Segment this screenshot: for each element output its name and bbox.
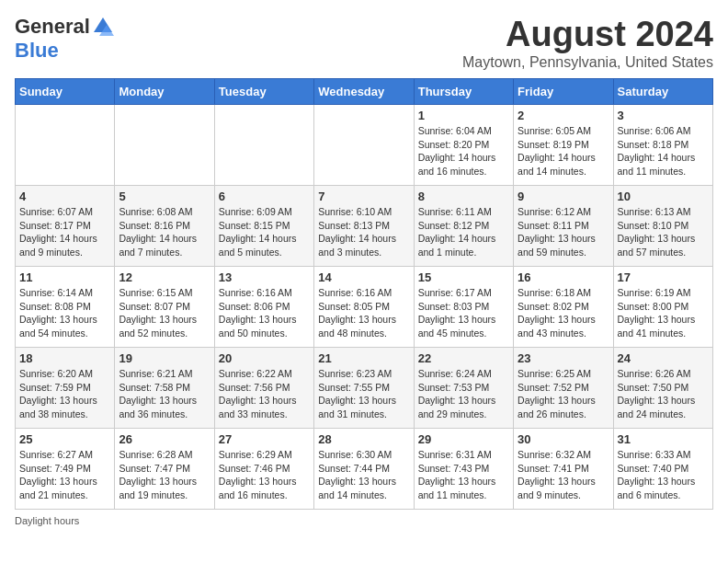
calendar-day-cell: 28Sunrise: 6:30 AM Sunset: 7:44 PM Dayli… [314,429,414,510]
day-info: Sunrise: 6:08 AM Sunset: 8:16 PM Dayligh… [119,205,210,259]
calendar-day-cell: 13Sunrise: 6:16 AM Sunset: 8:06 PM Dayli… [214,267,313,348]
day-info: Sunrise: 6:16 AM Sunset: 8:05 PM Dayligh… [318,286,409,340]
title-section: August 2024 Maytown, Pennsylvania, Unite… [462,15,713,71]
logo-icon [92,16,114,38]
day-info: Sunrise: 6:16 AM Sunset: 8:06 PM Dayligh… [219,286,310,340]
calendar-day-cell: 10Sunrise: 6:13 AM Sunset: 8:10 PM Dayli… [613,186,712,267]
logo-blue-text: Blue [15,39,59,63]
calendar-day-cell [214,105,313,186]
day-info: Sunrise: 6:28 AM Sunset: 7:47 PM Dayligh… [119,448,210,502]
day-number: 27 [219,432,310,446]
footer-note: Daylight hours [15,515,713,526]
calendar-header-row: SundayMondayTuesdayWednesdayThursdayFrid… [16,79,713,105]
day-number: 18 [19,351,110,365]
day-info: Sunrise: 6:09 AM Sunset: 8:15 PM Dayligh… [219,205,310,259]
day-number: 1 [418,109,509,122]
day-number: 26 [119,432,210,446]
calendar-day-cell: 23Sunrise: 6:25 AM Sunset: 7:52 PM Dayli… [514,348,613,429]
day-info: Sunrise: 6:26 AM Sunset: 7:50 PM Dayligh… [618,367,709,421]
weekday-header: Wednesday [314,79,414,105]
calendar-day-cell [314,105,414,186]
day-number: 7 [318,190,409,203]
day-info: Sunrise: 6:30 AM Sunset: 7:44 PM Dayligh… [318,448,409,502]
day-number: 19 [119,351,210,365]
calendar-day-cell: 17Sunrise: 6:19 AM Sunset: 8:00 PM Dayli… [613,267,712,348]
calendar-table: SundayMondayTuesdayWednesdayThursdayFrid… [15,78,713,510]
day-number: 25 [19,432,110,446]
calendar-day-cell: 6Sunrise: 6:09 AM Sunset: 8:15 PM Daylig… [214,186,313,267]
day-number: 30 [518,432,609,446]
day-number: 13 [219,270,310,284]
day-info: Sunrise: 6:20 AM Sunset: 7:59 PM Dayligh… [19,367,110,421]
day-number: 31 [618,432,709,446]
calendar-day-cell: 22Sunrise: 6:24 AM Sunset: 7:53 PM Dayli… [414,348,513,429]
calendar-day-cell [16,105,115,186]
day-number: 20 [219,351,310,365]
calendar-day-cell: 1Sunrise: 6:04 AM Sunset: 8:20 PM Daylig… [414,105,513,186]
day-number: 12 [119,270,210,284]
calendar-week-row: 1Sunrise: 6:04 AM Sunset: 8:20 PM Daylig… [16,105,713,186]
day-info: Sunrise: 6:21 AM Sunset: 7:58 PM Dayligh… [119,367,210,421]
day-info: Sunrise: 6:12 AM Sunset: 8:11 PM Dayligh… [518,205,609,259]
day-number: 23 [518,351,609,365]
weekday-header: Monday [115,79,214,105]
calendar-week-row: 4Sunrise: 6:07 AM Sunset: 8:17 PM Daylig… [16,186,713,267]
day-number: 11 [19,270,110,284]
weekday-header: Sunday [16,79,115,105]
day-info: Sunrise: 6:32 AM Sunset: 7:41 PM Dayligh… [518,448,609,502]
calendar-day-cell: 4Sunrise: 6:07 AM Sunset: 8:17 PM Daylig… [16,186,115,267]
calendar-week-row: 18Sunrise: 6:20 AM Sunset: 7:59 PM Dayli… [16,348,713,429]
logo: General Blue [15,15,114,63]
calendar-day-cell: 9Sunrise: 6:12 AM Sunset: 8:11 PM Daylig… [514,186,613,267]
location-title: Maytown, Pennsylvania, United States [462,54,713,71]
day-info: Sunrise: 6:31 AM Sunset: 7:43 PM Dayligh… [418,448,509,502]
calendar-day-cell: 7Sunrise: 6:10 AM Sunset: 8:13 PM Daylig… [314,186,414,267]
day-info: Sunrise: 6:06 AM Sunset: 8:18 PM Dayligh… [618,124,709,178]
day-info: Sunrise: 6:25 AM Sunset: 7:52 PM Dayligh… [518,367,609,421]
calendar-day-cell: 2Sunrise: 6:05 AM Sunset: 8:19 PM Daylig… [514,105,613,186]
day-info: Sunrise: 6:15 AM Sunset: 8:07 PM Dayligh… [119,286,210,340]
day-info: Sunrise: 6:22 AM Sunset: 7:56 PM Dayligh… [219,367,310,421]
day-number: 29 [418,432,509,446]
day-info: Sunrise: 6:05 AM Sunset: 8:19 PM Dayligh… [518,124,609,178]
calendar-day-cell: 3Sunrise: 6:06 AM Sunset: 8:18 PM Daylig… [613,105,712,186]
day-number: 9 [518,190,609,203]
calendar-day-cell: 11Sunrise: 6:14 AM Sunset: 8:08 PM Dayli… [16,267,115,348]
day-number: 21 [318,351,409,365]
day-info: Sunrise: 6:29 AM Sunset: 7:46 PM Dayligh… [219,448,310,502]
day-number: 15 [418,270,509,284]
day-number: 3 [618,109,709,122]
logo-general-text: General [15,15,90,39]
day-number: 28 [318,432,409,446]
day-info: Sunrise: 6:07 AM Sunset: 8:17 PM Dayligh… [19,205,110,259]
day-number: 22 [418,351,509,365]
calendar-day-cell: 16Sunrise: 6:18 AM Sunset: 8:02 PM Dayli… [514,267,613,348]
day-info: Sunrise: 6:18 AM Sunset: 8:02 PM Dayligh… [518,286,609,340]
day-number: 4 [19,190,110,203]
day-info: Sunrise: 6:11 AM Sunset: 8:12 PM Dayligh… [418,205,509,259]
weekday-header: Friday [514,79,613,105]
calendar-day-cell: 27Sunrise: 6:29 AM Sunset: 7:46 PM Dayli… [214,429,313,510]
day-info: Sunrise: 6:14 AM Sunset: 8:08 PM Dayligh… [19,286,110,340]
calendar-day-cell: 12Sunrise: 6:15 AM Sunset: 8:07 PM Dayli… [115,267,214,348]
day-number: 24 [618,351,709,365]
day-info: Sunrise: 6:13 AM Sunset: 8:10 PM Dayligh… [618,205,709,259]
calendar-day-cell: 26Sunrise: 6:28 AM Sunset: 7:47 PM Dayli… [115,429,214,510]
calendar-day-cell: 29Sunrise: 6:31 AM Sunset: 7:43 PM Dayli… [414,429,513,510]
day-number: 8 [418,190,509,203]
weekday-header: Saturday [613,79,712,105]
weekday-header: Tuesday [214,79,313,105]
calendar-day-cell: 14Sunrise: 6:16 AM Sunset: 8:05 PM Dayli… [314,267,414,348]
day-number: 2 [518,109,609,122]
day-info: Sunrise: 6:04 AM Sunset: 8:20 PM Dayligh… [418,124,509,178]
day-info: Sunrise: 6:10 AM Sunset: 8:13 PM Dayligh… [318,205,409,259]
day-number: 17 [618,270,709,284]
day-info: Sunrise: 6:19 AM Sunset: 8:00 PM Dayligh… [618,286,709,340]
day-info: Sunrise: 6:27 AM Sunset: 7:49 PM Dayligh… [19,448,110,502]
calendar-day-cell [115,105,214,186]
day-info: Sunrise: 6:33 AM Sunset: 7:40 PM Dayligh… [618,448,709,502]
calendar-week-row: 11Sunrise: 6:14 AM Sunset: 8:08 PM Dayli… [16,267,713,348]
calendar-day-cell: 31Sunrise: 6:33 AM Sunset: 7:40 PM Dayli… [613,429,712,510]
calendar-day-cell: 25Sunrise: 6:27 AM Sunset: 7:49 PM Dayli… [16,429,115,510]
calendar-day-cell: 21Sunrise: 6:23 AM Sunset: 7:55 PM Dayli… [314,348,414,429]
